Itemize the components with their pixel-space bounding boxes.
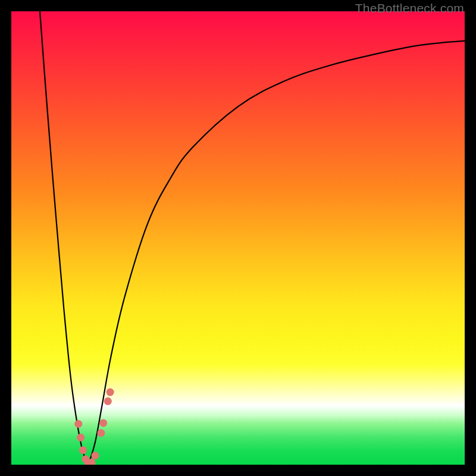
data-dot <box>104 397 112 405</box>
data-dots <box>74 389 114 465</box>
chart-frame: TheBottleneck.com <box>0 0 476 476</box>
chart-svg <box>11 11 465 465</box>
data-dot <box>79 446 87 454</box>
curve-group <box>40 11 465 465</box>
data-dot <box>97 429 105 437</box>
data-dot <box>74 420 82 428</box>
plot-area <box>11 11 465 465</box>
data-dot <box>99 419 107 427</box>
right-branch-curve <box>89 41 465 465</box>
data-dot <box>91 452 99 459</box>
watermark-text: TheBottleneck.com <box>355 1 464 15</box>
left-branch-curve <box>40 11 89 465</box>
data-dot <box>77 434 84 441</box>
data-dot <box>107 389 114 396</box>
